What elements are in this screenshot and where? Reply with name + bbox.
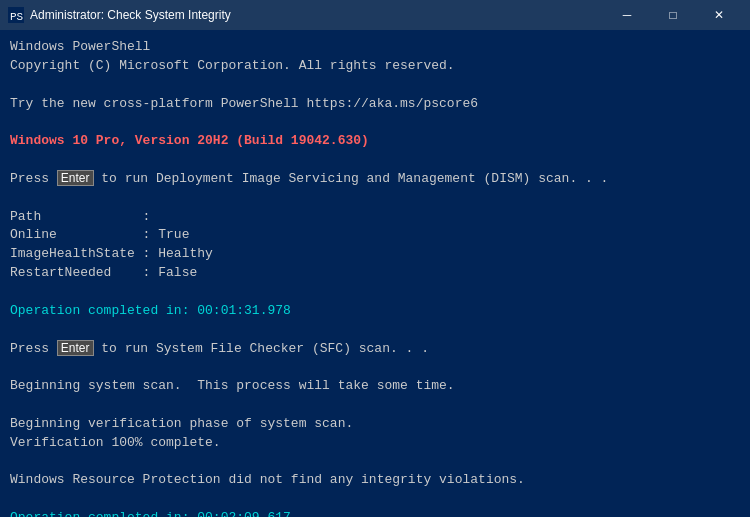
- terminal-line: [10, 151, 740, 170]
- terminal-line: Online : True: [10, 226, 740, 245]
- terminal-line: Windows PowerShell: [10, 38, 740, 57]
- terminal-line: Beginning system scan. This process will…: [10, 377, 740, 396]
- titlebar: PS Administrator: Check System Integrity…: [0, 0, 750, 30]
- terminal-line: Press Enter to run Deployment Image Serv…: [10, 170, 740, 189]
- terminal-body: Windows PowerShellCopyright (C) Microsof…: [0, 30, 750, 517]
- minimize-button[interactable]: ─: [604, 0, 650, 30]
- terminal-line: Operation completed in: 00:02:09.617: [10, 509, 740, 517]
- terminal-line: Try the new cross-platform PowerShell ht…: [10, 95, 740, 114]
- terminal-line: Windows 10 Pro, Version 20H2 (Build 1904…: [10, 132, 740, 151]
- terminal-line: Path :: [10, 208, 740, 227]
- terminal-line: RestartNeeded : False: [10, 264, 740, 283]
- terminal-line: [10, 490, 740, 509]
- terminal-line: ImageHealthState : Healthy: [10, 245, 740, 264]
- maximize-button[interactable]: □: [650, 0, 696, 30]
- terminal-line: Operation completed in: 00:01:31.978: [10, 302, 740, 321]
- svg-text:PS: PS: [10, 11, 24, 23]
- terminal-line: Beginning verification phase of system s…: [10, 415, 740, 434]
- enter-key-badge: Enter: [57, 340, 94, 356]
- window-controls: ─ □ ✕: [604, 0, 742, 30]
- terminal-line: [10, 396, 740, 415]
- enter-key-badge: Enter: [57, 170, 94, 186]
- close-button[interactable]: ✕: [696, 0, 742, 30]
- terminal-line: [10, 358, 740, 377]
- app-icon: PS: [8, 7, 24, 23]
- terminal-line: [10, 453, 740, 472]
- terminal-line: [10, 113, 740, 132]
- terminal-line: Verification 100% complete.: [10, 434, 740, 453]
- terminal-line: [10, 321, 740, 340]
- terminal-line: Press Enter to run System File Checker (…: [10, 340, 740, 359]
- terminal-line: [10, 189, 740, 208]
- terminal-line: [10, 283, 740, 302]
- window-title: Administrator: Check System Integrity: [30, 8, 604, 22]
- terminal-line: Windows Resource Protection did not find…: [10, 471, 740, 490]
- terminal-line: Copyright (C) Microsoft Corporation. All…: [10, 57, 740, 76]
- terminal-line: [10, 76, 740, 95]
